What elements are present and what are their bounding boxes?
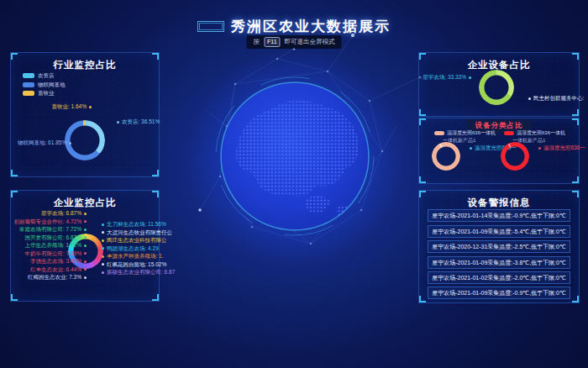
legend-label: 畜牧业 [38,91,55,97]
legend-label: 温湿度光照636一体机 [517,130,565,135]
chart-label: 农资店: 36.51% [117,119,160,125]
alarm-row: 星宇农场-2021-01-14采集温度:-0.9℃,低于下限:0℃ [428,209,570,222]
f11-key-badge: F11 [264,37,281,47]
panel-industry-monitor: 行业监控占比 农资店 物联网基地 畜牧业 畜牧业: 1.64% 农资店: 36.… [10,52,160,177]
logo-badge [197,21,224,32]
legend-label: 农资店 [38,73,55,79]
chart-label: 物联网基地: 61.85% [18,140,71,146]
alarm-row: 星宇农场-2021-01-09采集温度:-0.9℃,低于下限:0℃ [428,287,570,299]
industry-legend: 农资店 物联网基地 畜牧业 [23,73,66,100]
alarm-row: 星宇农场-2021-01-09采集温度:-3.8℃,低于下限:0℃ [428,256,570,269]
panel-alarm-info: 设备警报信息 星宇农场-2021-01-14采集温度:-0.9℃,低于下限:0℃… [418,190,580,303]
chart-label: 振硕生态农业有限公司: 6.87 [102,270,175,276]
panel-enterprise-monitor: 企业监控占比 星宇农场: 6.87% 初丽葡萄专业合作社: 4.72% 家庭农场… [10,190,160,302]
chart-label: 民主村创群服务中心: [528,96,584,102]
chart-label: 上华生态养殖场: 1.72% [24,243,87,249]
chart-label: 红梅园生态农业: 7.3% [28,275,87,281]
fullscreen-hint: 按 F11 即可退出全屏模式 [246,35,341,49]
chart-label: 红丰生态农业: 6.44% [30,267,87,273]
legend-swatch [23,73,34,78]
chart-label: 大运河生态牧业有限责任公 [102,230,172,236]
chart-label: 星宇农场: 6.87% [41,211,87,217]
page-title: 秀洲区农业大数据展示 [231,17,391,36]
chart-label: 李强生态农场: 3.43% [30,259,87,265]
panel-alarms-title: 设备警报信息 [419,197,579,209]
alarm-row: 星宇农场-2021-01-09采集温度:-5.4℃,低于下限:0℃ [428,225,570,238]
alarm-row: 星宇农场-2020-12-31采集温度:-2.5℃,低于下限:0℃ [428,240,570,253]
chart-label: 家庭农场有限公司: 7.72% [19,227,87,233]
hint-suffix: 即可退出全屏模式 [285,38,335,46]
chart-label: 国开发有限公司: 6.87% [24,235,87,241]
header: 秀洲区农业大数据展示 [0,17,588,36]
equipment-donut-chart[interactable] [479,70,514,105]
legend-item[interactable]: 温湿度光照636一体机 [434,130,496,135]
legend-item[interactable]: 物联网基地 [23,82,66,88]
chart-label: 鸭踏湖生态农场: 4.29 [102,246,159,252]
chart-label: 星宇农场: 33.33% [423,75,471,81]
chart-label: 北刀鲜生态农场: 11.56% [102,222,166,228]
legend-item[interactable]: 农资店 [23,73,66,79]
globe [211,72,379,240]
legend-swatch [504,131,514,135]
panel-industry-title: 行业监控占比 [11,59,159,71]
legend-label: 温湿度光照636一体机 [447,130,496,135]
chart-label: 陶庄生态农业科技有限公 [102,238,167,244]
legend-label: 物联网基地 [38,82,66,88]
hint-prefix: 按 [253,38,260,46]
legend-item[interactable]: 温湿度光照636一体机 [504,130,565,135]
chart-label: 初丽葡萄专业合作社: 4.72% [13,219,87,225]
legend-swatch [434,131,444,135]
panel-equipment-ratio: 企业设备占比 星宇农场: 33.33% 民主村创群服务中心: [418,52,580,117]
chart-label: 中奶牛有限公司: 7.29% [24,251,87,257]
alarm-row: 星宇农场-2021-01-02采集温度:-2.0℃,低于下限:0℃ [428,271,570,284]
chart-label: 畜牧业: 1.64% [51,104,92,110]
legend-item[interactable]: 畜牧业 [23,91,66,97]
panel-enterprise-title: 企业监控占比 [11,197,159,209]
chart-label: 温湿度光照636一 [538,145,585,151]
category-donut-right[interactable] [501,142,529,171]
legend-swatch [23,91,34,96]
chart-label: 丰源水产种质养殖场: 1. [102,254,164,260]
category-donut-left[interactable] [432,142,460,171]
legend-swatch [23,82,34,87]
chart-label: 红枫花园自留地: 15.02% [102,262,166,268]
panel-device-category: 设备分类占比 温湿度光照636一体机 一体机新产品1 温湿度光照636一 温湿度… [418,118,580,184]
